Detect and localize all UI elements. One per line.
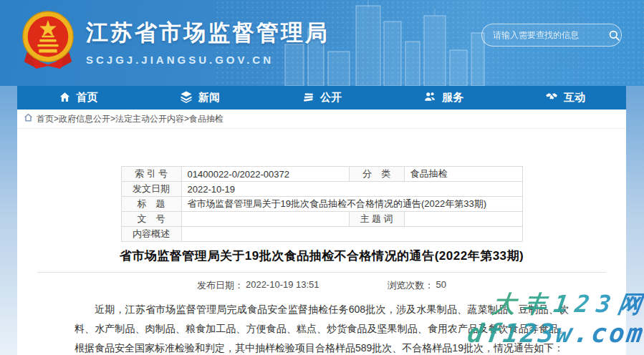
doc-number-label: 文 号	[121, 212, 181, 227]
summary-value	[181, 227, 522, 242]
search-input[interactable]	[482, 24, 607, 46]
category-value: 食品抽检	[404, 167, 522, 182]
site-url: SCJGJ.JIANGSU.GOV.CN	[86, 54, 330, 66]
publish-date-label: 发布日期：	[197, 279, 244, 292]
document-info-table: 索 引 号 01400022-0/2022-00372 分 类 食品抽检 发文日…	[121, 166, 523, 242]
search-icon[interactable]	[607, 24, 621, 46]
site-title: 江苏省市场监督管理局	[86, 18, 330, 48]
services-people-icon	[423, 90, 436, 105]
national-emblem-logo	[19, 10, 77, 73]
issue-date-value: 2022-10-19	[181, 182, 522, 197]
keywords-value	[404, 212, 522, 227]
breadcrumb-path[interactable]: 首页>政府信息公开>法定主动公开内容>食品抽检	[37, 113, 224, 125]
search-box	[481, 24, 622, 47]
brand-text: 江苏省市场监督管理局 SCJGJ.JIANGSU.GOV.CN	[86, 18, 330, 66]
table-row: 标 题 省市场监督管理局关于19批次食品抽检不合格情况的通告(2022年第33期…	[121, 197, 522, 212]
issue-date-label: 发文日期	[121, 182, 181, 197]
doc-number-value	[181, 212, 349, 227]
nav-item-label: 新闻	[198, 91, 220, 104]
interaction-handshake-icon	[545, 90, 558, 105]
view-count: 浏览次数： 50	[388, 279, 446, 292]
view-count-label: 浏览次数：	[388, 279, 434, 292]
category-label: 分 类	[349, 167, 404, 182]
news-layers-icon	[180, 90, 193, 105]
publish-date: 发布日期： 2022-10-19 13:51	[197, 279, 319, 292]
site-header: 江苏省市场监督管理局 SCJGJ.JIANGSU.GOV.CN	[0, 0, 644, 86]
nav-item-services[interactable]: 服务	[383, 86, 504, 110]
doc-title-value: 省市场监督管理局关于19批次食品抽检不合格情况的通告(2022年第33期)	[181, 197, 522, 212]
title-divider	[37, 272, 606, 273]
index-number-label: 索 引 号	[121, 167, 181, 182]
article-body-text: 近期，江苏省市场监督管理局完成食品安全监督抽检任务608批次，涉及水果制品、蔬菜…	[75, 300, 569, 355]
disclosure-books-icon	[302, 90, 314, 105]
table-row: 发文日期 2022-10-19	[121, 182, 522, 197]
nav-item-disclosure[interactable]: 公开	[261, 86, 383, 110]
nav-item-label: 互动	[564, 91, 585, 104]
nav-item-interaction[interactable]: 互动	[504, 86, 626, 110]
table-row: 内容概述	[121, 227, 522, 242]
nav-item-news[interactable]: 新闻	[139, 86, 261, 110]
breadcrumb-home-icon	[24, 113, 33, 125]
site-brand: 江苏省市场监督管理局 SCJGJ.JIANGSU.GOV.CN	[19, 10, 330, 73]
view-count-value: 50	[436, 279, 446, 292]
breadcrumb: 首页>政府信息公开>法定主动公开内容>食品抽检	[17, 110, 626, 129]
doc-title-label: 标 题	[121, 197, 181, 212]
article-content: 索 引 号 01400022-0/2022-00372 分 类 食品抽检 发文日…	[17, 129, 626, 355]
publish-date-value: 2022-10-19 13:51	[246, 279, 319, 292]
main-nav: 首页 新闻 公开	[17, 86, 626, 110]
nav-item-label: 公开	[320, 91, 342, 104]
article-meta: 发布日期： 2022-10-19 13:51 浏览次数： 50	[17, 279, 626, 292]
table-row: 文 号 主 题 词	[121, 212, 522, 227]
page-title: 省市场监督管理局关于19批次食品抽检不合格情况的通告(2022年第33期)	[17, 248, 626, 264]
summary-label: 内容概述	[121, 227, 181, 242]
nav-item-label: 首页	[77, 91, 98, 104]
home-icon	[59, 91, 71, 105]
index-number-value: 01400022-0/2022-00372	[181, 167, 349, 182]
table-row: 索 引 号 01400022-0/2022-00372 分 类 食品抽检	[121, 167, 522, 182]
nav-item-home[interactable]: 首页	[17, 86, 139, 110]
keywords-label: 主 题 词	[349, 212, 404, 227]
nav-item-label: 服务	[442, 91, 463, 104]
